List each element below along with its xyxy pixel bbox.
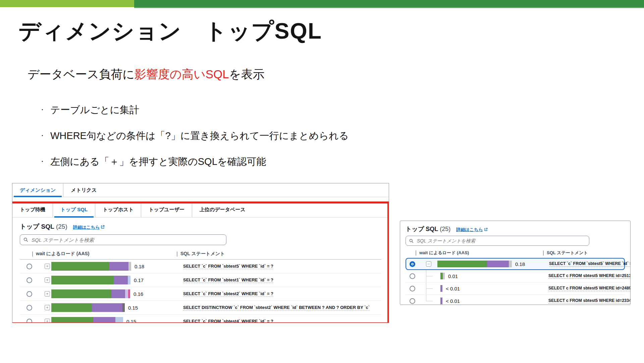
search-icon: [409, 239, 414, 243]
tab-top-waits[interactable]: トップ待機: [12, 202, 53, 217]
load-value: 0.15: [126, 319, 136, 323]
left-console-screenshot: ディメンション メトリクス トップ待機 トップ SQL トップホスト トップユー…: [12, 183, 389, 323]
column-divider: [177, 252, 177, 257]
load-bar: [51, 262, 131, 271]
tab-metrics[interactable]: メトリクス: [63, 183, 104, 197]
expand-plus-icon[interactable]: +: [45, 277, 50, 283]
load-value: < 0.01: [446, 298, 460, 304]
page-title: ディメンション トップSQL: [18, 16, 322, 46]
collapse-minus-icon[interactable]: −: [426, 261, 431, 267]
column-sql-label: SQL ステートメント: [547, 250, 588, 256]
table-row: + 0.16 SELECT `c` FROM `sbtest2` WHERE `…: [20, 287, 381, 301]
top-sql-heading: トップ SQL (25) 詳細はこちら: [406, 225, 625, 233]
sql-child-row: < 0.01 SELECT c FROM sbtest5 WHERE id=23…: [406, 295, 625, 305]
load-bar: [51, 276, 130, 284]
details-link[interactable]: 詳細はこちら: [456, 227, 487, 232]
expand-plus-icon[interactable]: +: [45, 291, 50, 297]
details-link[interactable]: 詳細はこちら: [73, 225, 105, 230]
column-divider: [32, 252, 33, 257]
row-radio-selected[interactable]: [410, 261, 415, 267]
load-value: 0.18: [515, 261, 525, 267]
column-sql-label: SQL ステートメント: [180, 251, 225, 257]
sql-search-box: [20, 234, 226, 245]
load-bar: [440, 285, 442, 292]
expand-plus-icon[interactable]: +: [45, 305, 50, 310]
load-bar: [440, 273, 445, 279]
bullet-item: WHERE句などの条件は「?」に置き換えられて一行にまとめられる: [39, 129, 349, 143]
load-value: 0.18: [135, 264, 144, 269]
sql-statement-link[interactable]: SELECT `c` FROM `sbtest4` WHERE `id` = ?: [183, 319, 273, 323]
tree-line: [426, 301, 433, 301]
top-sql-count: (25): [440, 226, 450, 232]
tab-top-databases[interactable]: 上位のデータベース: [192, 202, 253, 217]
column-divider: [543, 251, 544, 256]
sql-search-box: [406, 236, 589, 246]
tree-line: [426, 276, 433, 276]
expand-plus-icon[interactable]: +: [45, 319, 50, 323]
load-value: 0.16: [133, 291, 143, 297]
sql-statement-link[interactable]: SELECT `c` FROM `sbtest5` WHERE `id` = ?: [549, 261, 631, 267]
bullet-item: テーブルごとに集計: [39, 103, 349, 117]
sql-statement-link[interactable]: SELECT c FROM sbtest5 WHERE id=25130: [548, 273, 631, 279]
sql-child-row: 0.01 SELECT c FROM sbtest5 WHERE id=2513…: [406, 270, 625, 282]
sql-statement-link[interactable]: SELECT c FROM sbtest5 WHERE id=23348: [548, 298, 631, 304]
row-radio[interactable]: [26, 277, 32, 283]
tab-top-hosts[interactable]: トップホスト: [95, 202, 141, 217]
table-header: wait によるロード (AAS) SQL ステートメント: [20, 251, 381, 260]
row-radio[interactable]: [26, 291, 32, 297]
sql-statement-link[interactable]: SELECT `c` FROM `sbtest5` WHERE `id` = ?: [183, 264, 273, 269]
sql-statement-link[interactable]: SELECT DISTINCTROW `c` FROM `sbtest2` WH…: [183, 305, 370, 311]
external-link-icon: [484, 228, 488, 231]
row-radio[interactable]: [26, 305, 32, 311]
row-radio[interactable]: [410, 273, 415, 279]
top-accent-strip: [0, 0, 644, 8]
top-sql-title: トップ SQL: [406, 226, 438, 232]
load-value: < 0.01: [446, 286, 460, 291]
table-row: + 0.18 SELECT `c` FROM `sbtest5` WHERE `…: [20, 260, 381, 273]
top-sql-section: トップ SQL (25) 詳細はこちら wait によるロード (AAS) SQ…: [12, 218, 389, 323]
top-sql-count: (25): [56, 223, 67, 230]
top-sql-title: トップ SQL: [20, 223, 54, 230]
column-load-label: wait によるロード (AAS): [36, 251, 90, 257]
tab-dimensions[interactable]: ディメンション: [12, 183, 63, 197]
row-radio[interactable]: [410, 286, 415, 291]
right-console-screenshot: トップ SQL (25) 詳細はこちら wait によるロード (AAS) SQ…: [400, 221, 631, 305]
tree-line: [426, 295, 426, 301]
row-radio[interactable]: [410, 298, 415, 304]
load-bar: [51, 289, 130, 298]
search-icon: [23, 237, 28, 242]
load-value: 0.17: [134, 277, 144, 283]
subtitle-highlight: 影響度の高いSQL: [135, 67, 229, 81]
table-row: + 0.15 SELECT DISTINCTROW `c` FROM `sbte…: [20, 301, 381, 315]
column-load-label: wait によるロード (AAS): [419, 250, 469, 256]
tab-top-sql[interactable]: トップ SQL: [53, 202, 95, 217]
sql-statement-link[interactable]: SELECT c FROM sbtest5 WHERE id=24891: [548, 286, 631, 291]
load-bar: [440, 298, 442, 304]
strip-light-green: [0, 0, 134, 7]
slide: ディメンション トップSQL データベース負荷に影響度の高いSQLを表示 テーブ…: [0, 0, 644, 363]
load-bar: [51, 317, 123, 323]
load-value: 0.15: [128, 305, 138, 311]
row-radio[interactable]: [26, 319, 32, 323]
expand-plus-icon[interactable]: +: [45, 264, 50, 269]
top-dimension-tabs: トップ待機 トップ SQL トップホスト トップユーザー 上位のデータベース: [12, 202, 389, 218]
external-link-icon: [101, 225, 105, 229]
load-value: 0.01: [448, 273, 458, 279]
row-radio[interactable]: [26, 264, 32, 269]
sql-search-input[interactable]: [416, 238, 586, 244]
sql-statement-link[interactable]: SELECT `c` FROM `sbtest2` WHERE `id` = ?: [183, 291, 273, 297]
slide-subtitle: データベース負荷に影響度の高いSQLを表示: [28, 66, 265, 82]
subtitle-prefix: データベース負荷に: [28, 67, 135, 81]
column-divider: [416, 251, 416, 256]
selected-table-row: − 0.18 SELECT `c` FROM `sbtest5` WHERE `…: [406, 258, 625, 270]
bullet-list: テーブルごとに集計 WHERE句などの条件は「?」に置き換えられて一行にまとめら…: [39, 103, 349, 181]
sql-statement-link[interactable]: SELECT `c` FROM `sbtest1` WHERE `id` = ?: [183, 277, 273, 283]
bullet-item: 左側にある「＋」を押すと実際のSQLを確認可能: [39, 155, 349, 169]
tab-top-users[interactable]: トップユーザー: [141, 202, 192, 217]
sql-search-input[interactable]: [31, 237, 223, 243]
top-sql-heading: トップ SQL (25) 詳細はこちら: [20, 222, 381, 231]
load-bar: [437, 261, 512, 267]
subtitle-suffix: を表示: [229, 67, 265, 81]
dimension-metrics-tabs: ディメンション メトリクス: [12, 183, 389, 197]
table-header: wait によるロード (AAS) SQL ステートメント: [406, 250, 625, 258]
